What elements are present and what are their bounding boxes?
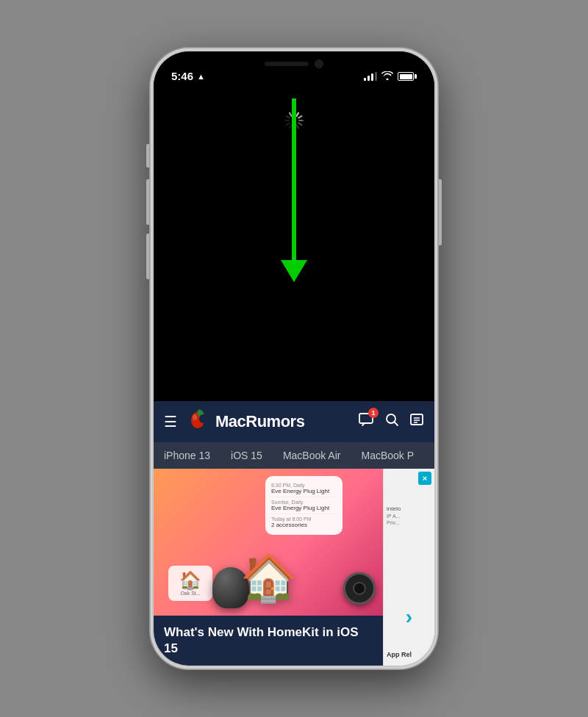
svg-line-18 (395, 422, 398, 426)
side-arrow-icon: › (406, 605, 412, 629)
speaker-grille (265, 62, 309, 66)
home-card-label: Oak St... (180, 591, 200, 596)
svg-rect-19 (411, 414, 423, 425)
notification-row-1: 8:30 PM, Daily Eve Energy Plug Light (271, 480, 337, 497)
signal-strength-icon (364, 72, 377, 81)
notch (246, 51, 342, 76)
time-display: 5:46 (171, 70, 193, 82)
homekit-icon: 🏠 (240, 552, 297, 605)
status-right-icons (364, 71, 417, 82)
notif-time-1: 8:30 PM, Daily (271, 483, 337, 488)
wifi-icon (381, 71, 393, 82)
header-action-icons: 1 (358, 411, 424, 431)
front-camera (315, 60, 323, 68)
site-logo-text[interactable]: MacRumors (215, 412, 304, 431)
nav-tab-iphone13[interactable]: iPhone 13 (154, 442, 220, 469)
notification-badge: 1 (368, 408, 379, 418)
navigation-tabs: iPhone 13 iOS 15 MacBook Air MacBook P (154, 442, 434, 469)
reader-view-icon-button[interactable] (409, 412, 424, 430)
messages-icon-button[interactable]: 1 (358, 411, 374, 431)
homekit-illustration: 🏠 Oak St... 🏠 (154, 469, 383, 616)
notif-text-3: 2 accessories (271, 522, 337, 528)
nav-tab-macbook-pro[interactable]: MacBook P (351, 442, 424, 469)
svg-point-14 (199, 414, 207, 423)
svg-point-15 (193, 414, 197, 420)
camera-lens (353, 582, 366, 595)
side-priv-label: Priv... (387, 519, 431, 526)
battery-icon (398, 72, 417, 81)
nav-tab-ios15[interactable]: iOS 15 (220, 442, 273, 469)
smart-home-card: 🏠 Oak St... (168, 566, 212, 601)
side-ip-label: IP A... (387, 513, 431, 519)
notif-text-2: Eve Energy Plug Light (271, 505, 337, 511)
power-button[interactable] (439, 179, 442, 245)
volume-down-button[interactable] (146, 234, 149, 279)
phone-screen: 5:46 ▲ (154, 51, 434, 666)
search-icon-button[interactable] (384, 412, 399, 430)
side-chevron-area: › (406, 605, 412, 629)
side-article-title: App Rel (387, 651, 431, 660)
arrow-line (292, 98, 296, 260)
notification-cards: 8:30 PM, Daily Eve Energy Plug Light Sun… (265, 476, 343, 535)
side-article-text: intelo IP A... Priv... (387, 505, 431, 527)
notif-text-1: Eve Energy Plug Light (271, 488, 337, 494)
notif-time-2: Sunrise, Daily (271, 500, 337, 505)
notif-time-3: Today at 8:00 PM (271, 516, 337, 522)
hamburger-icon[interactable]: ☰ (164, 414, 177, 429)
green-arrow (281, 98, 307, 282)
main-article[interactable]: 🏠 Oak St... 🏠 (154, 469, 383, 666)
dark-background-area (154, 88, 434, 401)
mute-button[interactable] (146, 144, 149, 167)
content-area: 🏠 Oak St... 🏠 (154, 469, 434, 666)
site-header: ☰ MacRumors (154, 401, 434, 442)
home-card-icon: 🏠 (179, 570, 201, 591)
notification-row-3: Today at 8:00 PM 2 accessories (271, 514, 337, 530)
logo-area[interactable]: MacRumors (184, 408, 304, 435)
screen-content: 5:46 ▲ (154, 51, 434, 666)
article-title-area[interactable]: What's New With HomeKit in iOS 15 (154, 616, 383, 666)
location-icon: ▲ (197, 72, 205, 81)
side-promo-label: intelo (387, 505, 431, 513)
macrumors-logo-icon (184, 408, 211, 435)
notification-row-2: Sunrise, Daily Eve Energy Plug Light (271, 497, 337, 514)
nav-tab-macbook-air[interactable]: MacBook Air (273, 442, 351, 469)
article-image: 🏠 Oak St... 🏠 (154, 469, 383, 616)
phone-frame: 5:46 ▲ (151, 48, 437, 669)
side-close-button[interactable]: × (418, 472, 431, 485)
website-preview: ☰ MacRumors (154, 401, 434, 666)
side-article[interactable]: × intelo IP A... Priv... › App Rel (383, 469, 434, 666)
arrow-head (281, 260, 307, 282)
volume-up-button[interactable] (146, 179, 149, 225)
status-time: 5:46 ▲ (171, 70, 205, 82)
logi-camera (343, 572, 376, 605)
article-title: What's New With HomeKit in iOS 15 (164, 624, 373, 657)
